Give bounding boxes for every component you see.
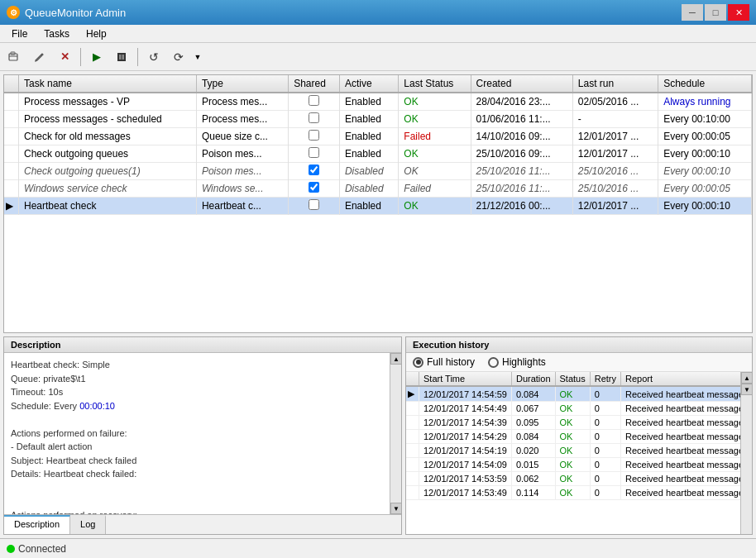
history-arrow-cell: ▶ <box>406 386 419 402</box>
task-name-cell: Process messages - scheduled <box>19 111 197 128</box>
task-status-cell: Failed <box>399 128 471 145</box>
shared-checkbox[interactable] <box>309 130 319 141</box>
col-schedule[interactable]: Schedule <box>658 75 752 93</box>
toolbar-delete-button[interactable]: ✕ <box>53 46 76 68</box>
tab-log[interactable]: Log <box>70 515 106 534</box>
toolbar-edit-button[interactable] <box>28 46 51 68</box>
history-retry-cell: 0 <box>590 486 620 500</box>
col-last-run[interactable]: Last run <box>572 75 658 93</box>
history-col-report[interactable]: Report <box>620 372 740 386</box>
col-last-status[interactable]: Last Status <box>399 75 471 93</box>
task-shared-cell[interactable] <box>289 163 340 180</box>
radio-highlights-label: Highlights <box>502 356 546 368</box>
history-col-retry[interactable]: Retry <box>590 372 620 386</box>
menu-file[interactable]: File <box>3 26 36 41</box>
toolbar-refresh-button[interactable]: ↺ <box>142 46 165 68</box>
table-row[interactable]: Process messages - VPProcess mes...Enabl… <box>4 93 752 111</box>
maximize-button[interactable]: □ <box>705 4 726 21</box>
history-col-status[interactable]: Status <box>555 372 590 386</box>
task-name-cell: Heartbeat check <box>19 198 197 215</box>
execution-history-panel: Execution history Full history Highlight… <box>405 336 753 535</box>
shared-checkbox[interactable] <box>309 147 319 158</box>
shared-checkbox[interactable] <box>309 165 319 175</box>
shared-checkbox[interactable] <box>309 112 319 123</box>
description-line: Actions performed on failure: <box>11 427 383 441</box>
title-bar: ⚙ QueueMonitor Admin ─ □ ✕ <box>0 0 756 25</box>
task-shared-cell[interactable] <box>289 145 340 163</box>
tab-description[interactable]: Description <box>4 515 70 534</box>
history-table-scroll[interactable]: Start Time Duration Status Retry Report … <box>406 372 740 534</box>
radio-highlights[interactable]: Highlights <box>488 356 546 368</box>
task-shared-cell[interactable] <box>289 93 340 111</box>
history-row[interactable]: 12/01/2017 14:53:590.062OK0Received hear… <box>406 472 740 486</box>
history-row[interactable]: 12/01/2017 14:53:490.114OK0Received hear… <box>406 486 740 500</box>
toolbar-sync-button[interactable]: ⟳ <box>167 46 190 68</box>
description-scrollbar[interactable]: ▲ ▼ <box>390 353 401 514</box>
history-row[interactable]: 12/01/2017 14:54:090.015OK0Received hear… <box>406 458 740 472</box>
history-col-duration[interactable]: Duration <box>511 372 555 386</box>
table-row[interactable]: Check for old messagesQueue size c...Ena… <box>4 128 752 145</box>
task-shared-cell[interactable] <box>289 180 340 198</box>
history-scrollbar[interactable]: ▲ ▼ <box>740 372 752 534</box>
task-type-cell: Heartbeat c... <box>196 198 288 215</box>
history-start_time-cell: 12/01/2017 14:53:49 <box>419 486 512 500</box>
shared-checkbox[interactable] <box>309 95 319 106</box>
task-shared-cell[interactable] <box>289 198 340 215</box>
bottom-panels: Description Heartbeat check: SimpleQueue… <box>3 336 753 535</box>
toolbar-stop-button[interactable] <box>110 46 133 68</box>
history-row[interactable]: 12/01/2017 14:54:190.020OK0Received hear… <box>406 444 740 458</box>
connection-indicator <box>7 545 15 553</box>
history-row[interactable]: 12/01/2017 14:54:290.084OK0Received hear… <box>406 430 740 444</box>
close-button[interactable]: ✕ <box>728 4 749 21</box>
table-row[interactable]: Process messages - scheduledProcess mes.… <box>4 111 752 128</box>
col-shared[interactable]: Shared <box>289 75 340 93</box>
toolbar-dropdown-button[interactable]: ▼ <box>192 46 203 68</box>
task-shared-cell[interactable] <box>289 128 340 145</box>
history-arrow-cell <box>406 486 419 500</box>
task-shared-cell[interactable] <box>289 111 340 128</box>
toolbar-open-button[interactable] <box>3 46 26 68</box>
history-row[interactable]: 12/01/2017 14:54:490.067OK0Received hear… <box>406 402 740 416</box>
table-row[interactable]: Check outgoing queues(1)Poison mes...Dis… <box>4 163 752 180</box>
description-tabs: Description Log <box>4 514 401 534</box>
col-active[interactable]: Active <box>339 75 398 93</box>
col-task-name[interactable]: Task name <box>19 75 197 93</box>
radio-highlights-circle <box>488 357 499 368</box>
menu-help[interactable]: Help <box>78 26 115 41</box>
title-bar-left: ⚙ QueueMonitor Admin <box>7 6 126 19</box>
row-arrow-cell <box>4 180 19 198</box>
task-name-cell: Check for old messages <box>19 128 197 145</box>
description-panel-content: Heartbeat check: SimpleQueue: private$\t… <box>4 353 401 534</box>
scroll-up-button[interactable]: ▲ <box>390 353 401 365</box>
history-scroll-up[interactable]: ▲ <box>741 372 752 384</box>
minimize-button[interactable]: ─ <box>682 4 703 21</box>
table-row[interactable]: ▶Heartbeat checkHeartbeat c...EnabledOK2… <box>4 198 752 215</box>
row-arrow-cell <box>4 93 19 111</box>
col-type[interactable]: Type <box>196 75 288 93</box>
history-status-cell: OK <box>555 386 590 402</box>
history-row[interactable]: ▶12/01/2017 14:54:590.084OK0Received hea… <box>406 386 740 402</box>
history-row[interactable]: 12/01/2017 14:54:390.095OK0Received hear… <box>406 416 740 430</box>
table-row[interactable]: Windows service checkWindows se...Disabl… <box>4 180 752 198</box>
history-radio-bar: Full history Highlights <box>406 353 752 372</box>
task-table: Task name Type Shared Active Last Status… <box>4 75 752 215</box>
history-scroll-down[interactable]: ▼ <box>741 384 752 395</box>
task-type-cell: Process mes... <box>196 93 288 111</box>
table-row[interactable]: Check outgoing queuesPoison mes...Enable… <box>4 145 752 163</box>
col-created[interactable]: Created <box>471 75 572 93</box>
scroll-down-button[interactable]: ▼ <box>390 503 401 514</box>
history-report-cell: Received heartbeat message... <box>620 402 740 416</box>
shared-checkbox[interactable] <box>309 182 319 193</box>
history-status-cell: OK <box>555 416 590 430</box>
shared-checkbox[interactable] <box>309 199 319 210</box>
task-table-area[interactable]: Task name Type Shared Active Last Status… <box>3 74 753 333</box>
history-duration-cell: 0.015 <box>511 458 555 472</box>
radio-full-history-label: Full history <box>427 356 475 368</box>
history-report-cell: Received heartbeat message... <box>620 416 740 430</box>
menu-tasks[interactable]: Tasks <box>36 26 78 41</box>
history-col-start-time[interactable]: Start Time <box>419 372 512 386</box>
history-start_time-cell: 12/01/2017 14:54:49 <box>419 402 512 416</box>
toolbar-run-button[interactable]: ▶ <box>85 46 108 68</box>
radio-full-history[interactable]: Full history <box>413 356 475 368</box>
history-report-cell: Received heartbeat message... <box>620 486 740 500</box>
